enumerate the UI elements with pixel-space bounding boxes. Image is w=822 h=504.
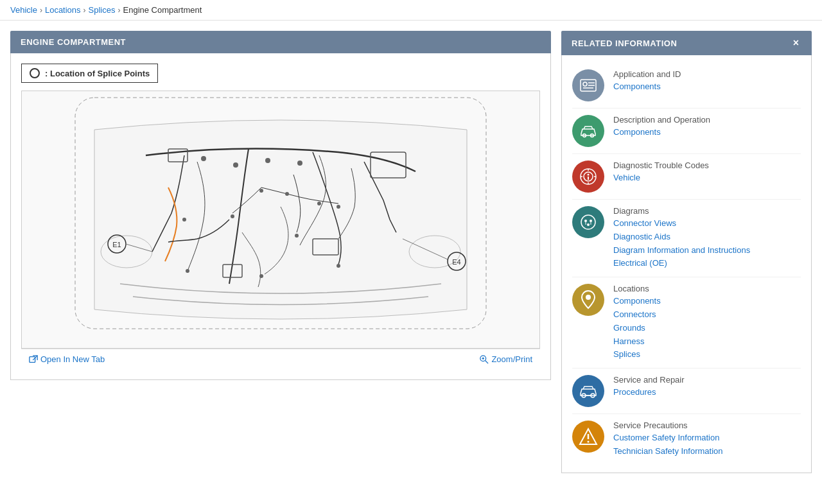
svg-text:E4: E4 [452, 258, 460, 266]
zoom-print-link[interactable]: Zoom/Print [480, 354, 532, 364]
application-id-icon [572, 69, 604, 101]
precautions-icon [572, 421, 604, 453]
locations-connectors-link[interactable]: Connectors [613, 308, 801, 322]
related-info-title: RELATED INFORMATION [572, 39, 677, 48]
svg-point-20 [337, 264, 340, 268]
left-panel: ENGINE COMPARTMENT : Location of Splice … [10, 31, 551, 380]
related-item-application-id: Application and ID Components [572, 63, 801, 109]
precautions-category: Service Precautions [613, 421, 801, 430]
svg-point-9 [265, 158, 270, 163]
svg-point-34 [583, 82, 587, 86]
service-repair-icon [572, 375, 604, 407]
diagrams-diagnostic-aids-link[interactable]: Diagnostic Aids [613, 230, 801, 244]
open-tab-icon [29, 355, 38, 364]
dtc-symbol-icon [579, 168, 597, 186]
related-item-diagrams: Diagrams Connector Views Diagnostic Aids… [572, 200, 801, 277]
related-item-service-repair: Service and Repair Procedures [572, 369, 801, 414]
left-panel-header: ENGINE COMPARTMENT [10, 31, 551, 53]
related-item-locations: Locations Components Connectors Grounds … [572, 277, 801, 369]
zoom-print-label: Zoom/Print [491, 354, 532, 364]
dtc-content: Diagnostic Trouble Codes Vehicle [613, 161, 801, 185]
svg-line-30 [485, 360, 488, 363]
application-id-content: Application and ID Components [613, 69, 801, 94]
diagrams-electrical-link[interactable]: Electrical (OE) [613, 257, 801, 270]
locations-splices-link[interactable]: Splices [613, 348, 801, 361]
related-info-body: Application and ID Components Descriptio… [561, 55, 812, 473]
locations-icon [572, 284, 604, 316]
application-id-category: Application and ID [613, 69, 801, 79]
diagrams-category: Diagrams [613, 206, 801, 216]
diagrams-connector-views-link[interactable]: Connector Views [613, 217, 801, 230]
svg-point-51 [587, 223, 590, 226]
svg-text:E1: E1 [112, 241, 121, 248]
locations-harness-link[interactable]: Harness [613, 335, 801, 349]
service-repair-procedures-link[interactable]: Procedures [613, 386, 801, 399]
breadcrumb: Vehicle › Locations › Splices › Engine C… [0, 0, 822, 21]
locations-content: Locations Components Connectors Grounds … [613, 284, 801, 361]
description-category: Description and Operation [613, 115, 801, 125]
breadcrumb-sep-3: › [118, 6, 121, 15]
locations-category: Locations [613, 284, 801, 293]
breadcrumb-locations[interactable]: Locations [45, 5, 81, 15]
precautions-content: Service Precautions Customer Safety Info… [613, 421, 801, 458]
breadcrumb-vehicle[interactable]: Vehicle [10, 5, 37, 15]
svg-point-46 [588, 174, 590, 176]
locations-components-link[interactable]: Components [613, 295, 801, 308]
related-info-header: RELATED INFORMATION × [561, 31, 812, 55]
connector-icon [579, 213, 597, 231]
breadcrumb-sep-1: › [40, 6, 42, 15]
main-layout: ENGINE COMPARTMENT : Location of Splice … [0, 21, 822, 483]
description-icon [572, 115, 604, 147]
svg-point-8 [233, 162, 238, 168]
pin-icon [581, 290, 596, 309]
svg-point-17 [295, 234, 299, 238]
diagrams-content: Diagrams Connector Views Diagnostic Aids… [613, 206, 801, 270]
svg-point-59 [588, 441, 590, 443]
engine-svg: E1 E4 [69, 91, 493, 348]
svg-point-10 [297, 161, 302, 166]
zoom-icon [480, 355, 489, 364]
svg-point-14 [231, 214, 234, 218]
svg-point-11 [259, 189, 263, 193]
dtc-icon [572, 161, 604, 193]
related-item-precautions: Service Precautions Customer Safety Info… [572, 414, 801, 465]
legend-circle-icon [30, 68, 40, 78]
precautions-customer-safety-link[interactable]: Customer Safety Information [613, 431, 801, 445]
car-icon [579, 123, 598, 139]
warning-icon [579, 428, 598, 446]
description-components-link[interactable]: Components [613, 126, 801, 139]
diagram-footer: Open In New Tab Zoom/Print [21, 349, 540, 369]
svg-point-50 [590, 220, 592, 222]
svg-point-48 [581, 215, 595, 229]
breadcrumb-sep-2: › [83, 6, 86, 15]
engine-diagram: E1 E4 [21, 91, 540, 349]
service-repair-category: Service and Repair [613, 375, 801, 385]
open-new-tab-link[interactable]: Open In New Tab [29, 354, 105, 364]
precautions-technician-safety-link[interactable]: Technician Safety Information [613, 445, 801, 458]
locations-grounds-link[interactable]: Grounds [613, 322, 801, 335]
svg-point-13 [317, 202, 321, 205]
diagrams-diagram-info-link[interactable]: Diagram Information and Instructions [613, 244, 801, 257]
close-button[interactable]: × [791, 37, 801, 49]
related-item-dtc: Diagnostic Trouble Codes Vehicle [572, 154, 801, 200]
svg-point-12 [285, 192, 289, 196]
breadcrumb-current: Engine Compartment [123, 5, 202, 15]
svg-point-19 [186, 269, 189, 273]
service-repair-content: Service and Repair Procedures [613, 375, 801, 399]
svg-point-15 [182, 218, 186, 222]
svg-point-49 [584, 220, 587, 222]
legend-box: : Location of Splice Points [21, 64, 158, 83]
application-id-components-link[interactable]: Components [613, 80, 801, 94]
dtc-vehicle-link[interactable]: Vehicle [613, 171, 801, 185]
svg-point-7 [201, 156, 206, 161]
svg-point-18 [259, 274, 263, 278]
repair-car-icon [579, 383, 598, 399]
dtc-category: Diagnostic Trouble Codes [613, 161, 801, 170]
diagrams-icon [572, 206, 604, 238]
related-item-description: Description and Operation Components [572, 109, 801, 154]
left-panel-body: : Location of Splice Points [10, 53, 551, 380]
breadcrumb-splices[interactable]: Splices [89, 5, 116, 15]
id-card-icon [580, 79, 597, 92]
svg-point-16 [337, 205, 340, 209]
description-content: Description and Operation Components [613, 115, 801, 139]
